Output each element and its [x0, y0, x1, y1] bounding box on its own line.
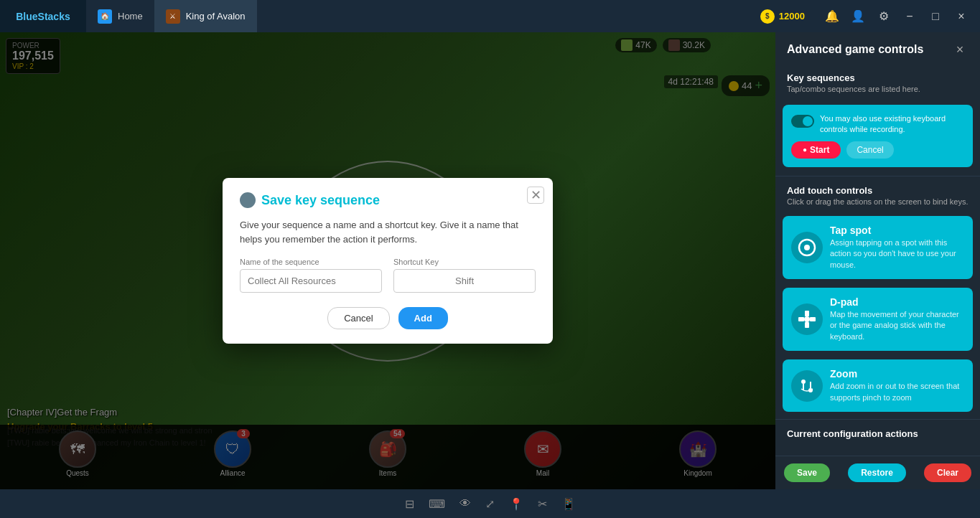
current-config-title: Current configuration actions [787, 428, 969, 439]
modal-body: Give your sequence a name and a shortcut… [240, 218, 536, 246]
svg-point-6 [804, 316, 810, 322]
start-button[interactable]: Start [791, 141, 841, 159]
sys-icon-keyboard[interactable]: ⌨ [429, 497, 445, 511]
maximize-button[interactable]: □ [925, 6, 946, 27]
right-panel: Advanced game controls × Key sequences T… [775, 32, 980, 489]
zoom-title: Zoom [830, 368, 964, 380]
profile-icon[interactable]: 👤 [848, 6, 868, 27]
panel-header: Advanced game controls × [775, 32, 980, 67]
tap-spot-icon [791, 232, 823, 263]
main-content: POWER 197,515 VIP : 2 47K 30.2K 44 + 4d … [0, 32, 980, 489]
recording-card-row: You may also use existing keyboard contr… [791, 113, 964, 136]
sys-icon-location[interactable]: 📍 [509, 497, 523, 511]
d-pad-desc: Map the movement of your character or th… [830, 309, 964, 342]
settings-icon[interactable]: ⚙ [874, 6, 894, 27]
modal-actions: Cancel Add [240, 307, 536, 329]
sys-icon-device[interactable]: 📱 [561, 497, 576, 511]
minimize-button[interactable]: − [900, 6, 920, 27]
zoom-icon [791, 370, 823, 402]
current-config-section: Current configuration actions [775, 423, 980, 442]
svg-point-1 [804, 245, 810, 250]
clear-button[interactable]: Clear [924, 463, 971, 482]
save-key-sequence-modal: Save key sequence ✕ Give your sequence a… [223, 178, 553, 344]
modal-fields: Name of the sequence Shortcut Key [240, 258, 536, 293]
sys-icon-scissors[interactable]: ✂ [538, 497, 547, 511]
d-pad-title: D-pad [830, 296, 964, 308]
panel-footer: Save Restore Clear [775, 456, 980, 489]
key-sequences-sub: Tap/combo sequences are listed here. [775, 85, 980, 99]
system-bottom-bar: ⊟ ⌨ 👁 ⤢ 📍 ✂ 📱 [0, 489, 980, 518]
add-touch-title: Add touch controls [775, 179, 980, 197]
tab-game[interactable]: ⚔ King of Avalon [154, 0, 257, 32]
modal-icon [240, 192, 256, 208]
d-pad-icon [791, 303, 823, 335]
sequence-name-label: Name of the sequence [240, 258, 382, 266]
save-button[interactable]: Save [784, 463, 830, 482]
top-bar-icons: 🔔 👤 ⚙ − □ × [813, 6, 980, 27]
add-touch-sub: Click or drag the actions on the screen … [775, 197, 980, 212]
panel-close-button[interactable]: × [951, 41, 969, 58]
tap-spot-info: Tap spot Assign tapping on a spot with t… [830, 225, 964, 270]
app-logo: BlueStacks [0, 0, 86, 32]
sequence-name-field: Name of the sequence [240, 258, 382, 293]
modal-close-button[interactable]: ✕ [527, 187, 544, 204]
zoom-desc: Add zoom in or out to the screen that su… [830, 381, 964, 403]
divider-1 [775, 176, 980, 176]
game-area[interactable]: POWER 197,515 VIP : 2 47K 30.2K 44 + 4d … [0, 32, 775, 489]
zoom-info: Zoom Add zoom in or out to the screen th… [830, 368, 964, 403]
app-name: BlueStacks [16, 11, 70, 22]
sys-icon-eye[interactable]: 👁 [459, 497, 471, 510]
close-button[interactable]: × [951, 6, 971, 27]
svg-rect-3 [805, 322, 809, 328]
svg-rect-5 [810, 317, 816, 321]
sys-icon-home[interactable]: ⊟ [405, 497, 414, 511]
modal-overlay: Save key sequence ✕ Give your sequence a… [0, 32, 775, 489]
tap-spot-card[interactable]: Tap spot Assign tapping on a spot with t… [783, 216, 973, 279]
modal-title: Save key sequence [261, 193, 380, 208]
tab-game-label: King of Avalon [186, 11, 246, 22]
svg-rect-4 [798, 317, 804, 321]
tap-spot-title: Tap spot [830, 225, 964, 236]
sequence-name-input[interactable] [240, 269, 382, 293]
tap-spot-desc: Assign tapping on a spot with this actio… [830, 237, 964, 270]
svg-point-7 [801, 380, 806, 384]
zoom-card[interactable]: Zoom Add zoom in or out to the screen th… [783, 359, 973, 412]
home-tab-icon: 🏠 [98, 9, 112, 24]
panel-title: Advanced game controls [787, 43, 923, 56]
divider-2 [775, 419, 980, 420]
top-bar: BlueStacks 🏠 Home ⚔ King of Avalon $ 120… [0, 0, 980, 32]
shortcut-key-field: Shortcut Key [393, 258, 536, 293]
toggle-icon[interactable] [791, 115, 814, 128]
notification-icon[interactable]: 🔔 [822, 6, 842, 27]
modal-add-button[interactable]: Add [398, 307, 448, 329]
coins-value: 12000 [779, 11, 805, 22]
game-tab-icon: ⚔ [166, 9, 180, 24]
recording-text: You may also use existing keyboard contr… [820, 113, 964, 136]
d-pad-card[interactable]: D-pad Map the movement of your character… [783, 288, 973, 351]
recording-cancel-button[interactable]: Cancel [846, 141, 893, 159]
modal-header: Save key sequence [240, 192, 536, 208]
coins-display: $ 12000 [752, 9, 813, 24]
shortcut-key-label: Shortcut Key [393, 258, 536, 266]
key-sequences-title: Key sequences [775, 67, 980, 85]
recording-buttons: Start Cancel [791, 141, 964, 159]
restore-button[interactable]: Restore [848, 463, 906, 482]
coin-icon: $ [760, 9, 775, 24]
svg-rect-2 [805, 311, 809, 316]
tab-home-label: Home [118, 11, 143, 22]
sys-icon-expand[interactable]: ⤢ [485, 497, 495, 511]
modal-cancel-button[interactable]: Cancel [327, 307, 389, 329]
recording-card: You may also use existing keyboard contr… [783, 105, 973, 167]
d-pad-info: D-pad Map the movement of your character… [830, 296, 964, 342]
toggle-thumb [803, 116, 813, 126]
shortcut-key-input[interactable] [393, 269, 536, 293]
tab-home[interactable]: 🏠 Home [86, 0, 154, 32]
